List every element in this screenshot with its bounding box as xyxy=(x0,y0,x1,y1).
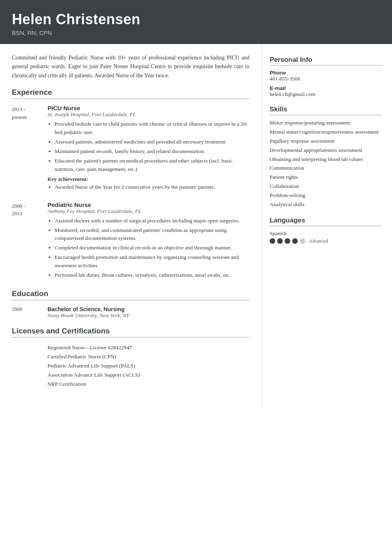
experience-section: Experience 2013 -present PICU Nurse St. … xyxy=(12,88,249,281)
edu-school-1: Stony Brook University, New York, NY xyxy=(48,312,129,319)
email-label: E-mail xyxy=(270,85,382,91)
skill-item-5: Communication xyxy=(270,165,382,172)
exp-bullet: Maintained patient records, family histo… xyxy=(55,147,249,156)
dot-empty-1 xyxy=(300,238,305,244)
exp-bullet: Performed lab duties, throat cultures, u… xyxy=(55,271,249,279)
edu-date-1: 2008 xyxy=(12,306,48,319)
key-achievement-label-1: Key achievement: xyxy=(48,176,249,182)
skill-item-8: Problem-solving xyxy=(270,192,382,199)
exp-title-1: PICU Nurse xyxy=(48,105,249,111)
dot-filled-2 xyxy=(277,238,283,244)
experience-entry-2: 2008 -2013 Pediatric Nurse Anthony Fey H… xyxy=(12,201,249,281)
language-item-0: Spanish Advanced xyxy=(270,230,382,244)
exp-org-1: St. Joseph Hospital, Fort Lauderdale, FL xyxy=(48,111,249,118)
personal-info-section: Personal Info Phone 401-855-3568 E-mail … xyxy=(270,56,382,98)
left-column: Committed and friendly Pediatric Nurse w… xyxy=(0,44,261,409)
exp-bullet: Encouraged health promotion and maintena… xyxy=(55,253,249,270)
candidate-name: Helen Christensen xyxy=(12,11,380,28)
exp-org-2: Anthony Fey Hospital, Fort Lauderdale, F… xyxy=(48,208,249,214)
experience-entry: 2013 -present PICU Nurse St. Joseph Hosp… xyxy=(12,105,249,192)
experience-title: Experience xyxy=(12,88,249,99)
dot-filled-4 xyxy=(292,238,298,244)
exp-date-1: 2013 -present xyxy=(12,105,48,192)
license-item: Certified Pediatric Nurse (CPN) xyxy=(48,352,249,362)
skills-title: Skills xyxy=(270,105,382,115)
exp-bullets-2: Assisted doctors with a number of surgic… xyxy=(48,217,249,279)
dot-filled-3 xyxy=(285,238,290,244)
license-item: NRP Certification xyxy=(48,380,249,389)
body-wrapper: Committed and friendly Pediatric Nurse w… xyxy=(0,44,392,409)
exp-bullet: Assessed patients, administered medicine… xyxy=(55,138,249,146)
license-item: Association Advance Life Support (ACLS) xyxy=(48,371,249,380)
candidate-credentials: BSN, RN, CPN xyxy=(12,29,380,36)
languages-section: Languages Spanish Advanced xyxy=(270,216,382,244)
education-section: Education 2008 Bachelor of Science, Nurs… xyxy=(12,289,249,319)
skill-item-6: Patient rights xyxy=(270,174,382,181)
exp-bullet: Provided bedside care to child patients … xyxy=(55,120,249,137)
exp-detail-1: PICU Nurse St. Joseph Hospital, Fort Lau… xyxy=(48,105,249,192)
exp-bullet: Educated the patient's parents on medica… xyxy=(55,157,249,174)
exp-achievement-list-1: Awarded Nurse of the Year for 2 consecut… xyxy=(48,183,249,191)
edu-entry-1: 2008 Bachelor of Science, Nursing Stony … xyxy=(12,306,249,319)
license-list: Registered Nurse—License #28422947 Certi… xyxy=(12,343,249,389)
skill-item-2: Pupillary response assessment xyxy=(270,138,382,145)
license-item: Pediatric Advanced Life Support (PALS) xyxy=(48,362,249,371)
edu-degree-1: Bachelor of Science, Nursing xyxy=(48,306,129,312)
exp-detail-2: Pediatric Nurse Anthony Fey Hospital, Fo… xyxy=(48,201,249,281)
skills-section: Skills Motor response/posturing assessme… xyxy=(270,105,382,209)
exp-bullet: Assisted doctors with a number of surgic… xyxy=(55,217,249,225)
licenses-title: Licenses and Certifications xyxy=(12,327,249,338)
phone-label: Phone xyxy=(270,70,382,76)
edu-detail-1: Bachelor of Science, Nursing Stony Brook… xyxy=(48,306,129,319)
exp-bullet: Monitored, recorded, and communicated pa… xyxy=(55,226,249,243)
languages-title: Languages xyxy=(270,216,382,226)
skill-item-4: Obtaining and interpreting blood lab val… xyxy=(270,156,382,163)
right-column: Personal Info Phone 401-855-3568 E-mail … xyxy=(261,44,392,409)
licenses-section: Licenses and Certifications Registered N… xyxy=(12,327,249,389)
email-value: helen.ch@gmail.com xyxy=(270,91,382,98)
exp-bullet: Completed documentation in clinical reco… xyxy=(55,244,249,252)
language-name: Spanish xyxy=(270,230,382,237)
summary-text: Committed and friendly Pediatric Nurse w… xyxy=(12,54,249,80)
dot-filled-1 xyxy=(270,238,275,244)
skill-item-9: Analytical skills xyxy=(270,201,382,209)
exp-title-2: Pediatric Nurse xyxy=(48,201,249,208)
exp-achievement: Awarded Nurse of the Year for 2 consecut… xyxy=(55,183,249,191)
skill-item-3: Developmental appropriateness assessment xyxy=(270,147,382,154)
skill-item-0: Motor response/posturing assessment xyxy=(270,119,382,127)
language-level: Advanced xyxy=(309,238,328,244)
exp-bullets-1: Provided bedside care to child patients … xyxy=(48,120,249,174)
skill-item-1: Mental status/cognition/responsiveness a… xyxy=(270,128,382,136)
license-item: Registered Nurse—License #28422947 xyxy=(48,343,249,352)
resume-header: Helen Christensen BSN, RN, CPN xyxy=(0,0,392,44)
education-title: Education xyxy=(12,289,249,300)
personal-info-title: Personal Info xyxy=(270,56,382,66)
language-proficiency: Advanced xyxy=(270,238,382,244)
skill-item-7: Collaboration xyxy=(270,183,382,190)
exp-date-2: 2008 -2013 xyxy=(12,201,48,281)
phone-value: 401-855-3568 xyxy=(270,76,382,82)
